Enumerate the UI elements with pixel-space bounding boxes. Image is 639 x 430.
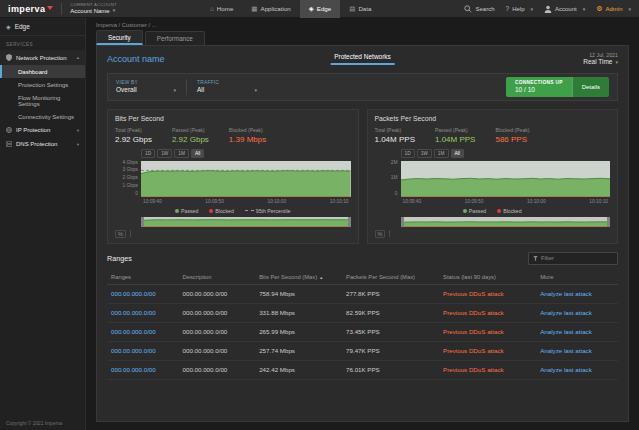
range-button-1d[interactable]: 1D <box>141 149 155 158</box>
chevron-down-icon: ▾ <box>173 87 176 93</box>
nav-data[interactable]: ▤ Data <box>340 0 380 18</box>
nav-application-label: Application <box>261 5 291 12</box>
view-by-value: Overall <box>116 86 137 94</box>
range-button-all[interactable]: All <box>451 149 464 158</box>
packets-cell: 73.45K PPS <box>342 322 439 341</box>
table-row: 000.00.000.0/00 000.00.000.0/00 257.74 M… <box>107 341 618 360</box>
range-button-1w[interactable]: 1W <box>157 149 172 158</box>
search-label: Search <box>475 6 494 12</box>
help-menu[interactable]: ? Help ▾ <box>506 5 533 12</box>
legend-passed[interactable]: Passed <box>463 208 486 214</box>
bits-chart[interactable] <box>141 161 351 197</box>
description-cell: 000.00.000.0/00 <box>179 360 256 379</box>
packets-chart[interactable] <box>401 161 611 197</box>
nav-edge-label: Edge <box>317 5 331 12</box>
top-navigation-bar: imperva CURRENT ACCOUNT Account Name ▾ ⌂… <box>0 0 639 18</box>
group-label: Network Protection <box>16 55 67 61</box>
analyze-last-attack-link[interactable]: Analyze last attack <box>540 290 592 297</box>
gear-icon: ⚙ <box>596 5 602 13</box>
col-status[interactable]: Status (last 90 days) <box>439 270 536 285</box>
range-link[interactable]: 000.00.000.0/00 <box>111 347 156 354</box>
stat-passed-peak: 2.92 Gbps <box>172 135 209 144</box>
chart-legend: PassedBlocked95th Percentile <box>115 208 351 214</box>
imperva-logo[interactable]: imperva <box>8 4 53 14</box>
legend-passed[interactable]: Passed <box>175 208 198 214</box>
breadcrumb[interactable]: Imperva / Customer / ... <box>86 18 639 30</box>
time-range-buttons: 1D1W1MAll <box>141 149 351 158</box>
tab-protected-networks[interactable]: Protected Networks <box>330 53 395 65</box>
legend-blocked[interactable]: Blocked <box>497 208 521 214</box>
tick-label: 10:10:10 <box>589 199 608 204</box>
description-cell: 000.00.000.0/00 <box>179 341 256 360</box>
packets-cell: 76.01K PPS <box>342 360 439 379</box>
analyze-last-attack-link[interactable]: Analyze last attack <box>540 366 592 373</box>
analyze-last-attack-link[interactable]: Analyze last attack <box>540 328 592 335</box>
details-button[interactable]: Details <box>572 77 609 97</box>
stat-label: Total (Peak) <box>115 127 152 133</box>
range-button-1w[interactable]: 1W <box>417 149 432 158</box>
col-more[interactable]: More <box>536 270 618 285</box>
col-ranges[interactable]: Ranges <box>107 270 179 285</box>
time-range-buttons: 1D1W1MAll <box>401 149 611 158</box>
x-axis: 10:09:4010:09:5010:10:0010:10:10 <box>141 199 351 204</box>
sidebar-item-flow-monitoring-settings[interactable]: Flow Monitoring Settings <box>0 91 85 110</box>
tick-label: 2M <box>391 161 398 166</box>
admin-menu[interactable]: ⚙ Admin ▾ <box>596 5 631 13</box>
chart-title: Packets Per Second <box>375 115 611 122</box>
range-button-1d[interactable]: 1D <box>401 149 415 158</box>
shield-icon <box>6 54 12 61</box>
range-button-all[interactable]: All <box>191 149 204 158</box>
sidebar-group-network-protection[interactable]: Network Protection ▴ <box>0 50 85 65</box>
tab-security[interactable]: Security <box>96 30 143 45</box>
traffic-select[interactable]: TRAFFIC All ▾ <box>197 80 257 94</box>
nav-edge[interactable]: ◈ Edge <box>300 0 340 18</box>
range-button-1m[interactable]: 1M <box>174 149 189 158</box>
col-packets[interactable]: Packets Per Second (Max) <box>342 270 439 285</box>
account-menu[interactable]: Account ▾ <box>544 5 585 13</box>
percent-scale-toggle[interactable]: % <box>115 230 126 238</box>
analyze-last-attack-link[interactable]: Analyze last attack <box>540 347 592 354</box>
bits-chart-navigator[interactable] <box>141 217 351 227</box>
col-bits[interactable]: Bits Per Second (Max)▲ <box>255 270 342 285</box>
sidebar-product-edge[interactable]: ◈ Edge <box>0 18 85 36</box>
legend-95th-percentile[interactable]: 95th Percentile <box>245 208 291 214</box>
ranges-filter-input[interactable] <box>541 255 613 261</box>
view-by-select[interactable]: VIEW BY Overall ▾ <box>116 80 176 94</box>
sidebar-item-connectivity-settings[interactable]: Connectivity Settings <box>0 110 85 123</box>
tab-performance[interactable]: Performance <box>145 31 205 45</box>
packets-cell: 277.8K PPS <box>342 284 439 303</box>
range-link[interactable]: 000.00.000.0/00 <box>111 290 156 297</box>
nav-home[interactable]: ⌂ Home <box>201 0 242 18</box>
application-icon: ▦ <box>251 5 257 13</box>
range-link[interactable]: 000.00.000.0/00 <box>111 309 156 316</box>
tick-label: 4 Gbps <box>123 161 138 166</box>
legend-blocked[interactable]: Blocked <box>209 208 233 214</box>
analyze-last-attack-link[interactable]: Analyze last attack <box>540 309 592 316</box>
time-range-select[interactable]: 12 Jul, 2021 Real Time ▾ <box>583 52 618 66</box>
nav-application[interactable]: ▦ Application <box>242 0 299 18</box>
chart-svg <box>401 161 611 197</box>
ranges-table-body: 000.00.000.0/00 000.00.000.0/00 758.94 M… <box>107 284 618 379</box>
range-link[interactable]: 000.00.000.0/00 <box>111 328 156 335</box>
sidebar-item-protection-settings[interactable]: Protection Settings <box>0 78 85 91</box>
range-button-1m[interactable]: 1M <box>434 149 449 158</box>
sort-indicator-icon[interactable]: ▲ <box>319 275 323 280</box>
tick-label: 10:09:50 <box>465 199 484 204</box>
range-link[interactable]: 000.00.000.0/00 <box>111 366 156 373</box>
account-switcher[interactable]: CURRENT ACCOUNT Account Name ▾ <box>70 3 117 14</box>
percent-scale-toggle[interactable]: % <box>375 230 386 238</box>
tick-label: 0 <box>135 192 138 197</box>
description-cell: 000.00.000.0/00 <box>179 303 256 322</box>
sidebar-item-dashboard[interactable]: Dashboard <box>0 65 85 78</box>
search-button[interactable]: Search <box>464 5 494 13</box>
col-description[interactable]: Description <box>179 270 256 285</box>
sidebar-group-dns-protection[interactable]: DNS Protection ▾ <box>0 137 85 151</box>
packets-chart-navigator[interactable] <box>401 217 611 227</box>
services-label: SERVICES <box>0 36 85 50</box>
stat-label: Passed (Peak) <box>435 127 475 133</box>
chevron-down-icon: ▾ <box>530 6 533 12</box>
filter-icon <box>533 256 538 261</box>
sidebar-group-ip-protection[interactable]: IP Protection ▾ <box>0 123 85 137</box>
chevron-down-icon: ▾ <box>77 128 79 133</box>
table-row: 000.00.000.0/00 000.00.000.0/00 758.94 M… <box>107 284 618 303</box>
